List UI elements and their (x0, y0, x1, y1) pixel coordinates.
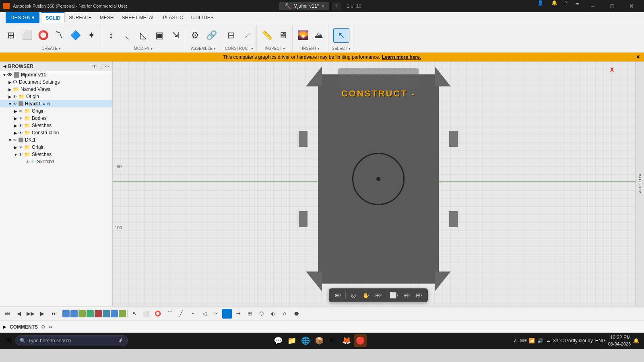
cbt-snap-btn[interactable]: ⊕▾ (332, 290, 343, 300)
comments-resize-icon[interactable]: ⇔ (49, 324, 53, 330)
tab-mesh[interactable]: MESH (96, 12, 118, 23)
systray-network[interactable]: 📶 (529, 338, 535, 343)
sketch-circle[interactable]: ⭕ (152, 309, 163, 319)
timeline-item-5[interactable] (95, 310, 102, 317)
timeline-item-1[interactable] (62, 310, 70, 317)
tab-close[interactable]: ✕ (321, 4, 324, 8)
canvas-area[interactable]: 50 100 (113, 62, 644, 306)
h1-origin-expand[interactable]: ▶ (13, 108, 19, 114)
bt-prev[interactable]: ◀ (13, 309, 25, 319)
comments-collapse-btn[interactable]: ▶ (3, 325, 6, 329)
create-sphere[interactable]: 🔷 (68, 29, 83, 42)
systray-lang[interactable]: ENG (595, 338, 606, 343)
assemble-rigid[interactable]: 🔗 (204, 29, 219, 42)
add-tab[interactable]: + (332, 2, 341, 10)
insert-svg[interactable]: ⛰ (311, 29, 326, 42)
tree-item-dk1-sketches[interactable]: ▼ 👁 📁 Sketches (0, 151, 112, 158)
sketch-arc[interactable]: ⌒ (164, 309, 175, 319)
assemble-joint[interactable]: ⚙ (188, 29, 203, 42)
insert-mesh[interactable]: 🌄 (295, 29, 310, 42)
tree-item-head1-origin[interactable]: ▶ 👁 📁 Origin (0, 107, 112, 115)
doc-expand-icon[interactable]: ▶ (7, 79, 13, 85)
create-extrude[interactable]: ⬜ (19, 29, 35, 42)
sketch-trim[interactable]: ✂ (211, 309, 222, 319)
sketch-fill[interactable] (222, 309, 232, 319)
modify-push-pull[interactable]: ↕ (103, 29, 119, 42)
design-mode-btn[interactable]: DESIGN ▾ (6, 12, 39, 23)
tree-item-sketch1[interactable]: 👁 ✏ Sketch1 (0, 158, 112, 165)
bt-end[interactable]: ⏭ (48, 309, 60, 319)
browser-eye-btn[interactable]: 👁 (92, 64, 97, 69)
tree-item-head1-bodies[interactable]: ▶ 👁 📁 Bodies (0, 115, 112, 122)
dk1-expand-icon[interactable]: ▼ (7, 137, 13, 143)
timeline-item-8[interactable] (119, 310, 126, 317)
tree-root[interactable]: ▼ 👁 MjoInir v11 (0, 71, 112, 78)
h1-bodies-expand[interactable]: ▶ (13, 115, 19, 121)
help-btn[interactable]: ? (561, 0, 571, 12)
construct-offset-plane[interactable]: ⊟ (223, 29, 239, 42)
bt-play[interactable]: ▶ (37, 309, 48, 319)
sketch-project[interactable]: ⬖ (267, 309, 279, 319)
sketch-point[interactable]: • (187, 309, 198, 319)
cbt-grid-btn[interactable]: ⊞▾ (401, 290, 412, 300)
modify-chamfer[interactable]: ◺ (136, 29, 151, 42)
tab-surface[interactable]: SURFACE (65, 12, 96, 23)
browser-menu-btn[interactable]: ⋮ (99, 64, 103, 69)
taskbar-app-firefox[interactable]: 🦊 (340, 334, 353, 347)
head1-expand-icon[interactable]: ▼ (7, 101, 13, 107)
tab-sheet-metal[interactable]: SHEET METAL (118, 12, 159, 23)
sketch-rect[interactable]: ⬜ (140, 309, 152, 319)
tab-utilities[interactable]: UTILITIES (187, 12, 218, 23)
sketch-text[interactable]: A (279, 309, 290, 319)
comments-settings-icon[interactable]: ⚙ (41, 324, 45, 330)
tree-item-head1-sketches[interactable]: ▶ 👁 📁 Sketches (0, 122, 112, 129)
sidebar-collapse-btn[interactable]: ◀ (3, 64, 6, 68)
create-more[interactable]: ✦ (84, 29, 99, 42)
file-tab[interactable]: 🔨 MjoInir v11* ✕ (279, 2, 329, 10)
notifications-btn[interactable]: 🔔 (548, 0, 561, 12)
construct-angle-plane[interactable]: ⟋ (239, 29, 255, 42)
tree-item-origin[interactable]: ▶ 👁 📁 Origin (0, 93, 112, 100)
minimize-btn[interactable]: ─ (584, 0, 602, 12)
cloud-btn[interactable]: ☁ (572, 0, 583, 12)
modify-fillet[interactable]: ◟ (120, 29, 135, 42)
tree-item-doc-settings[interactable]: ▶ ⚙ Document Settings (0, 78, 112, 86)
systray-up-arrow[interactable]: ∧ (514, 338, 517, 343)
timeline-item-4[interactable] (87, 310, 94, 317)
tree-item-head1[interactable]: ▼ 👁 Head:1 ● ⚙ (0, 100, 112, 107)
cbt-pan-btn[interactable]: ✋ (360, 290, 372, 300)
named-views-expand-icon[interactable]: ▶ (7, 86, 13, 92)
dk1-origin-expand[interactable]: ▶ (13, 144, 19, 150)
cbt-orbit-btn[interactable]: ◎ (348, 290, 359, 300)
create-revolve[interactable]: ⭕ (35, 29, 51, 42)
modify-shell[interactable]: ▣ (152, 29, 167, 42)
taskbar-app-fusion[interactable]: 🔴 (354, 334, 367, 347)
tree-item-dk1-origin[interactable]: ▶ 👁 📁 Origin (0, 144, 112, 151)
inspect-display[interactable]: 🖥 (275, 29, 291, 42)
tree-item-head1-construction[interactable]: ▶ 👁 📁 Construction (0, 129, 112, 136)
modify-scale[interactable]: ⇲ (168, 29, 183, 42)
bt-play-slow[interactable]: ▶▶ (25, 309, 36, 319)
sketch-select[interactable]: ↖ (129, 309, 140, 319)
bt-rewind[interactable]: ⏮ (2, 309, 13, 319)
browser-resize-btn[interactable]: ⇔ (105, 64, 109, 69)
warning-close-btn[interactable]: ✕ (636, 54, 640, 60)
systray-keyboard[interactable]: ⌨ (520, 338, 526, 343)
dk1-sketches-expand[interactable]: ▼ (13, 152, 19, 157)
inspect-measure[interactable]: 📏 (259, 29, 275, 42)
taskbar-app-store[interactable]: 📦 (313, 334, 326, 347)
sketch-mirror[interactable]: ⊞ (244, 309, 255, 319)
close-btn[interactable]: ✕ (622, 0, 641, 12)
maximize-btn[interactable]: □ (603, 0, 621, 12)
systray-time[interactable]: 10:32 PM 08-04-2023 (608, 334, 631, 347)
cbt-zoom-btn[interactable]: ⊞▾ (373, 290, 384, 300)
profile-btn[interactable]: 👤 (533, 0, 547, 12)
h1-sketches-expand[interactable]: ▶ (13, 123, 19, 128)
sketch-line[interactable]: ╱ (175, 309, 187, 319)
taskbar-app-mail[interactable]: ✉ (326, 334, 339, 347)
start-btn[interactable]: ⊞ (2, 334, 14, 347)
systray-volume[interactable]: 🔊 (537, 338, 543, 343)
tree-item-named-views[interactable]: ▶ 📁 Named Views (0, 86, 112, 93)
sketch-offset[interactable]: ⬡ (256, 309, 267, 319)
origin-expand-icon[interactable]: ▶ (7, 94, 13, 99)
